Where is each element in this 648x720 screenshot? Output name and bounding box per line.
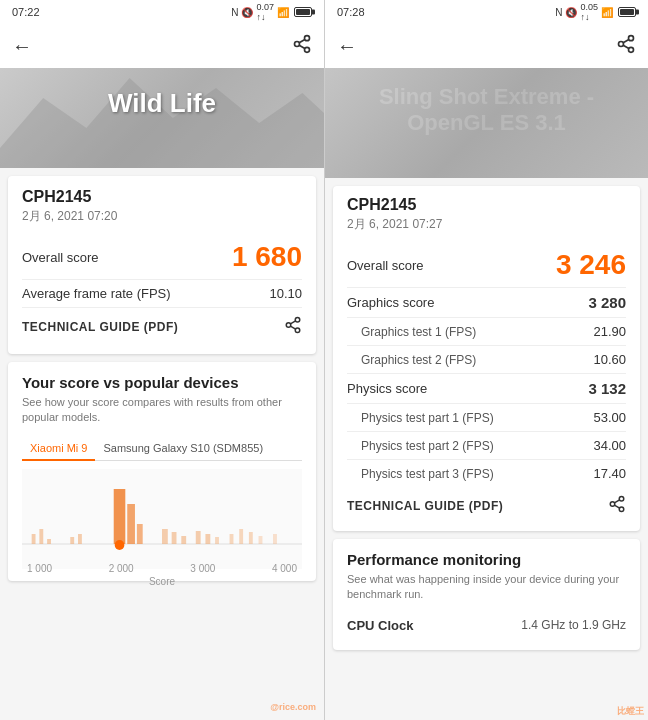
wifi-icon: 📶 — [277, 7, 289, 18]
svg-line-10 — [290, 321, 295, 324]
right-panel: 07:28 N 🔇 0.05↑↓ 📶 ← Sling Shot Extreme … — [324, 0, 648, 720]
right-hero: Sling Shot Extreme - OpenGL ES 3.1 — [325, 68, 648, 178]
right-mute-icon: 🔇 — [565, 7, 577, 18]
left-tech-guide-label[interactable]: TECHNICAL GUIDE (PDF) — [22, 320, 178, 334]
left-chart: 1 000 2 000 3 000 4 000 Score — [22, 469, 302, 569]
right-status-bar: 07:28 N 🔇 0.05↑↓ 📶 — [325, 0, 648, 24]
battery-icon — [294, 7, 312, 17]
right-physics-value: 3 132 — [588, 380, 626, 397]
left-overall-score-row: Overall score 1 680 — [22, 235, 302, 280]
chart-label-2000: 2 000 — [109, 563, 134, 574]
left-device-name: CPH2145 — [22, 188, 302, 206]
svg-rect-15 — [70, 537, 74, 544]
svg-line-9 — [290, 326, 295, 329]
left-tabs: Xiaomi Mi 9 Samsung Galaxy S10 (SDM855) — [22, 436, 302, 461]
svg-point-7 — [286, 323, 291, 328]
svg-rect-21 — [162, 529, 168, 544]
svg-point-0 — [305, 35, 310, 40]
svg-rect-31 — [273, 534, 277, 544]
right-perf-desc: See what was happening inside your devic… — [347, 572, 626, 603]
right-gtest2-value: 10.60 — [593, 352, 626, 367]
right-perf-title: Performance monitoring — [347, 551, 626, 568]
right-ptest3-row: Physics test part 3 (FPS) 17.40 — [347, 460, 626, 487]
network-icon: N — [231, 7, 238, 18]
right-gtest1-label: Graphics test 1 (FPS) — [347, 325, 476, 339]
svg-rect-26 — [215, 537, 219, 544]
right-device-date: 2月 6, 2021 07:27 — [347, 216, 626, 233]
right-header: ← — [325, 24, 648, 68]
chart-label-3000: 3 000 — [190, 563, 215, 574]
svg-point-6 — [295, 318, 300, 323]
svg-rect-27 — [230, 534, 234, 544]
svg-point-20 — [115, 540, 125, 550]
right-cpu-row: CPU Clock 1.4 GHz to 1.9 GHz — [347, 613, 626, 638]
right-device-name: CPH2145 — [347, 196, 626, 214]
svg-rect-19 — [137, 524, 143, 544]
chart-x-title: Score — [22, 576, 302, 587]
data-speed: 0.07↑↓ — [256, 2, 274, 22]
svg-rect-17 — [114, 489, 126, 544]
svg-rect-18 — [127, 504, 135, 544]
svg-rect-13 — [39, 529, 43, 544]
left-status-bar: 07:22 N 🔇 0.07↑↓ 📶 — [0, 0, 324, 24]
left-header: ← — [0, 24, 324, 68]
right-network-icon: N — [555, 7, 562, 18]
svg-line-41 — [614, 500, 619, 503]
svg-line-4 — [299, 39, 305, 42]
right-share-button[interactable] — [616, 34, 636, 59]
right-gtest1-row: Graphics test 1 (FPS) 21.90 — [347, 318, 626, 346]
chart-x-labels: 1 000 2 000 3 000 4 000 — [22, 563, 302, 574]
right-ptest3-value: 17.40 — [593, 466, 626, 481]
right-ptest2-label: Physics test part 2 (FPS) — [347, 439, 494, 453]
svg-rect-29 — [249, 532, 253, 544]
left-device-date: 2月 6, 2021 07:20 — [22, 208, 302, 225]
svg-line-36 — [623, 39, 629, 42]
right-graphics-value: 3 280 — [588, 294, 626, 311]
right-ptest1-label: Physics test part 1 (FPS) — [347, 411, 494, 425]
svg-point-34 — [629, 47, 634, 52]
left-popular-desc: See how your score compares with results… — [22, 395, 302, 426]
svg-rect-22 — [172, 532, 177, 544]
left-share-button[interactable] — [292, 34, 312, 59]
svg-line-35 — [623, 45, 629, 48]
left-tech-share-icon[interactable] — [284, 316, 302, 338]
left-hero-title: Wild Life — [0, 68, 324, 139]
right-gtest2-row: Graphics test 2 (FPS) 10.60 — [347, 346, 626, 374]
right-data-speed: 0.05↑↓ — [580, 2, 598, 22]
right-overall-label: Overall score — [347, 258, 424, 273]
mute-icon: 🔇 — [241, 7, 253, 18]
left-popular-card: Your score vs popular devices See how yo… — [8, 362, 316, 581]
left-tab-samsung[interactable]: Samsung Galaxy S10 (SDM855) — [95, 436, 271, 460]
right-gtest1-value: 21.90 — [593, 324, 626, 339]
right-tech-share-icon[interactable] — [608, 495, 626, 517]
svg-point-39 — [619, 507, 624, 512]
right-watermark: 比螳王 — [617, 705, 644, 718]
right-ptest2-row: Physics test part 2 (FPS) 34.00 — [347, 432, 626, 460]
chart-label-1000: 1 000 — [27, 563, 52, 574]
svg-point-38 — [610, 502, 615, 507]
svg-point-37 — [619, 497, 624, 502]
right-ptest1-row: Physics test part 1 (FPS) 53.00 — [347, 404, 626, 432]
svg-point-33 — [619, 41, 624, 46]
svg-line-40 — [614, 505, 619, 508]
right-cpu-value: 1.4 GHz to 1.9 GHz — [521, 618, 626, 632]
right-back-button[interactable]: ← — [337, 35, 357, 58]
svg-rect-23 — [181, 536, 186, 544]
left-panel: 07:22 N 🔇 0.07↑↓ 📶 ← Wild Life CPH2145 2… — [0, 0, 324, 720]
left-back-button[interactable]: ← — [12, 35, 32, 58]
right-overall-value: 3 246 — [556, 249, 626, 281]
right-physics-label: Physics score — [347, 381, 427, 396]
right-tech-guide-label[interactable]: TECHNICAL GUIDE (PDF) — [347, 499, 503, 513]
right-cpu-label: CPU Clock — [347, 618, 413, 633]
svg-point-1 — [295, 41, 300, 46]
right-overall-row: Overall score 3 246 — [347, 243, 626, 288]
left-tech-guide-row: TECHNICAL GUIDE (PDF) — [22, 308, 302, 342]
right-ptest1-value: 53.00 — [593, 410, 626, 425]
right-graphics-label: Graphics score — [347, 295, 434, 310]
left-fps-label: Average frame rate (FPS) — [22, 286, 171, 301]
left-watermark: @rice.com — [270, 702, 316, 712]
right-gtest2-label: Graphics test 2 (FPS) — [347, 353, 476, 367]
left-tab-xiaomi[interactable]: Xiaomi Mi 9 — [22, 436, 95, 460]
right-ptest3-label: Physics test part 3 (FPS) — [347, 467, 494, 481]
right-wifi-icon: 📶 — [601, 7, 613, 18]
